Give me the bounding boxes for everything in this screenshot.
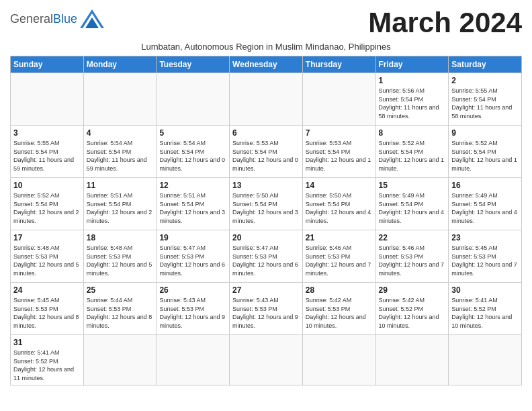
logo: GeneralBlue	[10, 7, 104, 28]
calendar-cell: 3Sunrise: 5:55 AM Sunset: 5:54 PM Daylig…	[11, 126, 84, 178]
day-info: Sunrise: 5:41 AM Sunset: 5:52 PM Dayligh…	[451, 296, 519, 330]
calendar-cell: 23Sunrise: 5:45 AM Sunset: 5:53 PM Dayli…	[449, 230, 522, 283]
day-info: Sunrise: 5:55 AM Sunset: 5:54 PM Dayligh…	[451, 87, 519, 120]
day-number: 2	[451, 76, 519, 85]
logo-icon	[80, 9, 104, 28]
calendar-cell: 18Sunrise: 5:48 AM Sunset: 5:53 PM Dayli…	[83, 230, 157, 283]
calendar-cell: 22Sunrise: 5:46 AM Sunset: 5:53 PM Dayli…	[375, 230, 449, 283]
day-number: 13	[232, 181, 300, 190]
calendar-cell: 13Sunrise: 5:50 AM Sunset: 5:54 PM Dayli…	[230, 178, 303, 230]
day-number: 7	[306, 128, 373, 138]
col-header-saturday: Saturday	[449, 56, 522, 73]
day-number: 6	[232, 128, 300, 138]
calendar-cell: 25Sunrise: 5:44 AM Sunset: 5:53 PM Dayli…	[83, 283, 157, 335]
calendar-cell: 5Sunrise: 5:54 AM Sunset: 5:54 PM Daylig…	[157, 126, 230, 178]
day-number: 1	[379, 76, 446, 85]
day-number: 28	[306, 285, 373, 295]
day-number: 8	[379, 128, 446, 138]
day-info: Sunrise: 5:50 AM Sunset: 5:54 PM Dayligh…	[306, 191, 373, 225]
calendar-cell	[230, 73, 303, 126]
day-number: 25	[87, 285, 154, 295]
day-number: 26	[159, 285, 226, 295]
day-number: 11	[87, 181, 154, 190]
day-info: Sunrise: 5:45 AM Sunset: 5:53 PM Dayligh…	[13, 296, 81, 330]
day-info: Sunrise: 5:43 AM Sunset: 5:53 PM Dayligh…	[159, 296, 226, 330]
calendar-cell	[302, 335, 375, 385]
day-number: 9	[451, 128, 519, 138]
calendar-cell: 17Sunrise: 5:48 AM Sunset: 5:53 PM Dayli…	[11, 230, 84, 283]
day-info: Sunrise: 5:43 AM Sunset: 5:53 PM Dayligh…	[232, 296, 300, 330]
calendar-cell	[230, 335, 303, 385]
calendar-cell: 12Sunrise: 5:51 AM Sunset: 5:54 PM Dayli…	[157, 178, 230, 230]
day-info: Sunrise: 5:52 AM Sunset: 5:54 PM Dayligh…	[13, 191, 81, 225]
day-number: 10	[13, 181, 81, 190]
day-info: Sunrise: 5:53 AM Sunset: 5:54 PM Dayligh…	[232, 139, 300, 173]
day-number: 14	[306, 181, 373, 190]
day-info: Sunrise: 5:44 AM Sunset: 5:53 PM Dayligh…	[87, 296, 154, 330]
calendar-cell: 28Sunrise: 5:42 AM Sunset: 5:53 PM Dayli…	[302, 283, 375, 335]
calendar-cell: 8Sunrise: 5:52 AM Sunset: 5:54 PM Daylig…	[375, 126, 449, 178]
col-header-thursday: Thursday	[302, 56, 375, 73]
calendar-cell	[157, 335, 230, 385]
calendar-cell	[11, 73, 84, 126]
calendar-cell: 9Sunrise: 5:52 AM Sunset: 5:54 PM Daylig…	[449, 126, 522, 178]
day-info: Sunrise: 5:51 AM Sunset: 5:54 PM Dayligh…	[87, 191, 154, 225]
col-header-monday: Monday	[83, 56, 157, 73]
day-info: Sunrise: 5:48 AM Sunset: 5:53 PM Dayligh…	[87, 244, 154, 277]
calendar-cell: 2Sunrise: 5:55 AM Sunset: 5:54 PM Daylig…	[449, 73, 522, 126]
logo-text: GeneralBlue	[10, 13, 77, 25]
calendar-cell: 21Sunrise: 5:46 AM Sunset: 5:53 PM Dayli…	[302, 230, 375, 283]
day-info: Sunrise: 5:47 AM Sunset: 5:53 PM Dayligh…	[232, 244, 300, 277]
day-number: 27	[232, 285, 300, 295]
day-number: 18	[87, 233, 154, 242]
col-header-friday: Friday	[375, 56, 449, 73]
calendar-cell: 19Sunrise: 5:47 AM Sunset: 5:53 PM Dayli…	[157, 230, 230, 283]
month-title: March 2024	[368, 7, 522, 39]
day-number: 16	[451, 181, 519, 190]
calendar-cell: 30Sunrise: 5:41 AM Sunset: 5:52 PM Dayli…	[449, 283, 522, 335]
header: GeneralBlue March 2024	[10, 7, 522, 39]
calendar-cell: 15Sunrise: 5:49 AM Sunset: 5:54 PM Dayli…	[375, 178, 449, 230]
calendar-cell: 16Sunrise: 5:49 AM Sunset: 5:54 PM Dayli…	[449, 178, 522, 230]
day-info: Sunrise: 5:50 AM Sunset: 5:54 PM Dayligh…	[232, 191, 300, 225]
day-info: Sunrise: 5:41 AM Sunset: 5:52 PM Dayligh…	[13, 349, 81, 382]
subtitle: Lumbatan, Autonomous Region in Muslim Mi…	[10, 42, 522, 52]
day-info: Sunrise: 5:46 AM Sunset: 5:53 PM Dayligh…	[306, 244, 373, 277]
day-number: 20	[232, 233, 300, 242]
day-info: Sunrise: 5:46 AM Sunset: 5:53 PM Dayligh…	[379, 244, 446, 277]
day-info: Sunrise: 5:56 AM Sunset: 5:54 PM Dayligh…	[379, 87, 446, 120]
logo-blue: Blue	[53, 12, 77, 26]
calendar-cell: 7Sunrise: 5:53 AM Sunset: 5:54 PM Daylig…	[302, 126, 375, 178]
day-number: 24	[13, 285, 81, 295]
day-info: Sunrise: 5:53 AM Sunset: 5:54 PM Dayligh…	[306, 139, 373, 173]
day-info: Sunrise: 5:47 AM Sunset: 5:53 PM Dayligh…	[159, 244, 226, 277]
calendar-cell: 1Sunrise: 5:56 AM Sunset: 5:54 PM Daylig…	[375, 73, 449, 126]
calendar-cell: 31Sunrise: 5:41 AM Sunset: 5:52 PM Dayli…	[11, 335, 84, 385]
day-number: 17	[13, 233, 81, 242]
day-info: Sunrise: 5:49 AM Sunset: 5:54 PM Dayligh…	[451, 191, 519, 225]
logo-general: General	[10, 12, 53, 26]
day-info: Sunrise: 5:54 AM Sunset: 5:54 PM Dayligh…	[159, 139, 226, 173]
calendar-cell: 6Sunrise: 5:53 AM Sunset: 5:54 PM Daylig…	[230, 126, 303, 178]
calendar-cell	[302, 73, 375, 126]
calendar-cell: 24Sunrise: 5:45 AM Sunset: 5:53 PM Dayli…	[11, 283, 84, 335]
calendar-cell: 26Sunrise: 5:43 AM Sunset: 5:53 PM Dayli…	[157, 283, 230, 335]
day-number: 30	[451, 285, 519, 295]
day-info: Sunrise: 5:42 AM Sunset: 5:53 PM Dayligh…	[306, 296, 373, 330]
day-number: 15	[379, 181, 446, 190]
calendar-cell: 10Sunrise: 5:52 AM Sunset: 5:54 PM Dayli…	[11, 178, 84, 230]
day-number: 21	[306, 233, 373, 242]
day-number: 12	[159, 181, 226, 190]
calendar-cell	[157, 73, 230, 126]
day-info: Sunrise: 5:51 AM Sunset: 5:54 PM Dayligh…	[159, 191, 226, 225]
day-number: 23	[451, 233, 519, 242]
day-info: Sunrise: 5:52 AM Sunset: 5:54 PM Dayligh…	[379, 139, 446, 173]
day-number: 29	[379, 285, 446, 295]
day-info: Sunrise: 5:42 AM Sunset: 5:52 PM Dayligh…	[379, 296, 446, 330]
calendar-cell: 11Sunrise: 5:51 AM Sunset: 5:54 PM Dayli…	[83, 178, 157, 230]
col-header-wednesday: Wednesday	[230, 56, 303, 73]
col-header-tuesday: Tuesday	[157, 56, 230, 73]
day-number: 3	[13, 128, 81, 138]
calendar-cell: 14Sunrise: 5:50 AM Sunset: 5:54 PM Dayli…	[302, 178, 375, 230]
day-number: 22	[379, 233, 446, 242]
